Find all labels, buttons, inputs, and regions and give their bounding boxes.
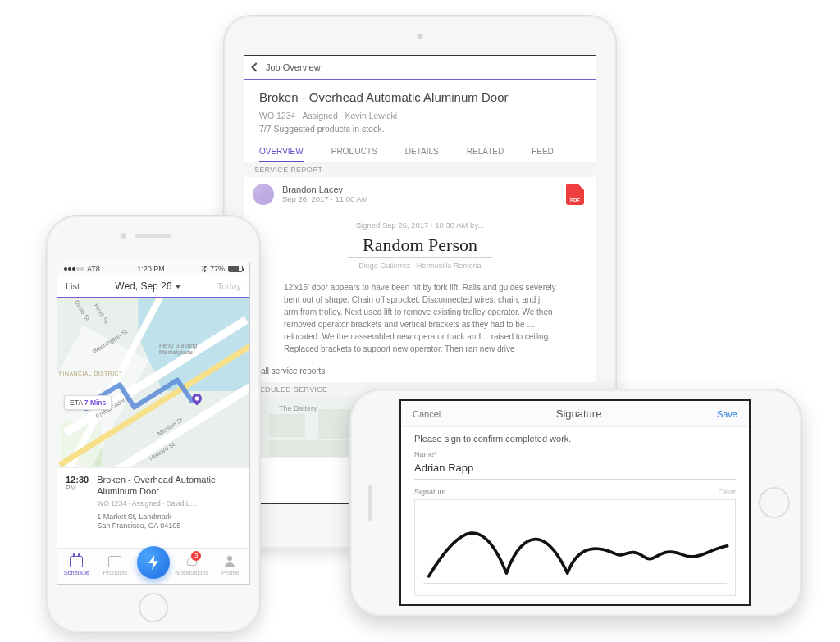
job-card-address: 1 Market St, Landmark San Francisco, CA … [97, 512, 241, 531]
route-line [57, 298, 249, 463]
tab-bar: Schedule Products 3 Notifications Profil… [57, 548, 249, 584]
avatar [253, 184, 274, 205]
name-input[interactable]: Adrian Rapp [414, 458, 736, 480]
job-card[interactable]: 12:30PM Broken - Overhead Automatic Alum… [57, 467, 249, 536]
iphone-home-button[interactable] [139, 593, 168, 622]
tab-notifications-label: Notifications [175, 569, 208, 576]
clock: 1:20 PM [137, 265, 165, 273]
iphone-landscape-home-button[interactable] [759, 487, 790, 518]
signed-meta: Signed Sep 26, 2017 · 10:30 AM by... [277, 221, 563, 230]
iphone-landscape-speaker [368, 485, 372, 521]
tab-feed[interactable]: FEED [532, 142, 554, 162]
reporter-name: Brandon Lacey [282, 184, 368, 194]
calendar-icon [70, 556, 83, 567]
reporter-date: Sep 26, 2017 · 11:00 AM [282, 194, 368, 203]
status-bar: AT8 1:20 PM 77% [57, 262, 249, 275]
job-card-title: Broken - Overhead Automatic Aluminum Doo… [97, 475, 241, 498]
eta-pill: ETA 7 Mins [64, 395, 112, 410]
carrier: AT8 [87, 265, 100, 273]
tab-related[interactable]: RELATED [467, 142, 504, 162]
eta-label: ETA [70, 398, 82, 407]
job-card-meta: WO 1234 · Assigned · David L… [97, 499, 241, 508]
signature-header: Cancel Signature Save [401, 401, 749, 427]
bluetooth-icon [202, 266, 207, 273]
pdf-icon[interactable]: PDF [566, 184, 584, 205]
signal-icon [64, 267, 84, 271]
report-body: 12'x16' door appears to have been hit by… [244, 275, 596, 358]
tab-products[interactable]: Products [96, 549, 135, 584]
signature-screen: Cancel Signature Save Please sign to con… [399, 399, 751, 606]
section-service-report: SERVICE REPORT [244, 162, 596, 177]
action-fab[interactable] [137, 546, 170, 579]
view-all-reports-link[interactable]: w all service reports [244, 358, 596, 382]
iphone-speaker [135, 234, 171, 238]
signature-stroke [415, 500, 735, 590]
job-title: Broken - Overhead Automatic Aluminum Doo… [244, 80, 596, 107]
name-field-label: Name* [414, 450, 736, 458]
iphone-screen: AT8 1:20 PM 77% List Wed, Sep 26 Today [57, 262, 250, 585]
lightning-icon [148, 555, 158, 570]
tab-profile[interactable]: Profile [211, 549, 249, 584]
tab-notifications[interactable]: 3 Notifications [172, 549, 211, 584]
signature-canvas[interactable] [414, 499, 736, 596]
job-time: 12:30PM [66, 475, 89, 531]
route-map[interactable]: Washington St Embarcadero Mission St How… [57, 298, 249, 467]
pdf-label: PDF [566, 198, 584, 203]
eta-value: 7 Mins [84, 398, 106, 407]
iphone-landscape-device: Cancel Signature Save Please sign to con… [349, 389, 802, 617]
current-date: Wed, Sep 26 [115, 280, 171, 292]
report-row[interactable]: Brandon Lacey Sep 26, 2017 · 11:00 AM PD… [244, 177, 596, 212]
iphone-device: AT8 1:20 PM 77% List Wed, Sep 26 Today [46, 215, 261, 633]
user-icon [224, 556, 237, 567]
signature-baseline [423, 583, 727, 584]
box-icon [108, 556, 121, 567]
ipad-header-title: Job Overview [266, 62, 321, 72]
job-meta: WO 1234 · Assigned · Kevin Lewicki [244, 107, 596, 122]
clear-button[interactable]: Clear [718, 488, 736, 496]
iphone-camera [121, 233, 126, 239]
battery-icon [228, 266, 243, 272]
ipad-camera [418, 34, 423, 39]
tab-products-label: Products [103, 569, 127, 576]
tab-schedule-label: Schedule [64, 569, 89, 576]
today-link[interactable]: Today [217, 281, 241, 291]
map-poi-battery: The Battery [279, 404, 317, 412]
battery-pct: 77% [210, 265, 225, 273]
signature-image: Random Person [348, 234, 492, 258]
tab-overview[interactable]: OVERVIEW [259, 142, 304, 162]
back-chevron-icon[interactable] [251, 62, 260, 71]
cancel-button[interactable]: Cancel [413, 409, 441, 419]
ipad-nav-header[interactable]: Job Overview [244, 56, 596, 80]
tab-profile-label: Profile [221, 569, 239, 576]
stock-status: 7/7 Suggested products in stock. [244, 122, 596, 142]
date-row: List Wed, Sep 26 Today [57, 275, 249, 298]
list-toggle[interactable]: List [66, 281, 80, 291]
date-picker[interactable]: Wed, Sep 26 [115, 280, 181, 292]
notification-badge: 3 [191, 551, 201, 561]
caret-down-icon [175, 285, 181, 289]
signature-field-label: Signature [414, 488, 446, 496]
tab-schedule[interactable]: Schedule [57, 549, 96, 584]
ipad-tabs: OVERVIEW PRODUCTS DETAILS RELATED FEED [244, 142, 596, 162]
signer-names: Diego Gutierrez · Hermosillo Renteria [277, 262, 563, 270]
signature-instruction: Please sign to confirm completed work. [414, 434, 736, 444]
signature-title: Signature [556, 408, 602, 420]
tab-details[interactable]: DETAILS [405, 142, 439, 162]
tab-products[interactable]: PRODUCTS [331, 142, 377, 162]
save-button[interactable]: Save [717, 409, 737, 419]
